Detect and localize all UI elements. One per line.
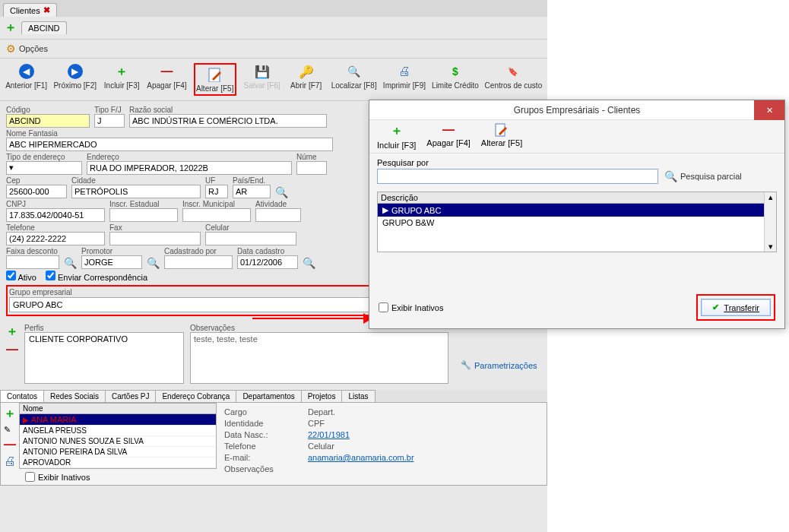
table-row[interactable]: ANTONIO PEREIRA DA SILVA [20, 447, 216, 458]
promotor-input[interactable] [81, 255, 142, 269]
salvar-button[interactable]: 💾 Salvar [F6] [244, 63, 280, 90]
remove-perfil-button[interactable]: — [6, 343, 18, 356]
minus-icon: — [160, 65, 173, 78]
detail-tabs: Contatos Redes Sociais Cartões PJ Endere… [0, 390, 547, 403]
codigo-label: Código [6, 106, 90, 114]
tab-listas[interactable]: Listas [341, 390, 375, 402]
enviar-checkbox[interactable]: Enviar Correspondência [46, 271, 147, 282]
pais-input[interactable] [233, 185, 271, 198]
add-perfil-button[interactable]: ＋ [6, 324, 18, 340]
dialog-titlebar[interactable]: Grupos Empresáriais - Clientes ✕ [369, 100, 784, 120]
tab-projetos[interactable]: Projetos [301, 390, 343, 402]
codigo-input[interactable] [6, 114, 90, 128]
detail-label: Identidade [224, 419, 285, 428]
record-tab[interactable]: ABCIND [21, 21, 67, 34]
search-icon: 🔍 [664, 170, 677, 182]
dialog-apagar-button[interactable]: — Apagar [F4] [426, 123, 470, 150]
cadastrado-input[interactable] [164, 255, 233, 269]
obs-text[interactable]: teste, teste, teste [190, 332, 448, 384]
list-item[interactable]: CLIENTE CORPORATIVO [26, 334, 182, 344]
toolbar-label: Salvar [F6] [243, 81, 280, 90]
perfis-list[interactable]: CLIENTE CORPORATIVO [24, 332, 184, 384]
detail-label: E-mail: [224, 453, 285, 462]
dialog-incluir-button[interactable]: ＋ Incluir [F3] [377, 123, 416, 150]
dialog-alterar-button[interactable]: Alterar [F5] [481, 123, 522, 150]
tab-contatos[interactable]: Contatos [0, 390, 44, 402]
opcoes-bar[interactable]: ⚙ Opções [0, 40, 547, 59]
gear-icon: 🔧 [461, 360, 471, 370]
exibir-inativos-checkbox[interactable]: Exibir Inativos [379, 302, 443, 312]
faixa-input[interactable] [6, 255, 59, 269]
numero-input[interactable] [296, 161, 327, 175]
tipo-end-select[interactable]: ▾ [6, 161, 82, 175]
limite-button[interactable]: $ Limite Crédito [433, 63, 478, 90]
data-input[interactable] [237, 255, 298, 269]
endereco-input[interactable] [87, 161, 292, 175]
incluir-button[interactable]: ＋ Incluir [F3] [103, 63, 140, 90]
localizar-button[interactable]: 🔍 Localizar [F8] [332, 63, 376, 90]
partial-label: Pesquisa parcial [680, 172, 742, 181]
fantasia-input[interactable] [6, 138, 333, 151]
arrow-left-icon: ◀ [19, 64, 34, 79]
tab-endereco[interactable]: Endereço Cobrança [155, 390, 236, 402]
groups-list[interactable]: Descrição ▶ GRUPO ABC GRUPO B&W ▴ ▾ [377, 192, 777, 252]
exibir-inativos-checkbox[interactable] [25, 472, 35, 482]
table-row[interactable]: ANGELA PREUSS [20, 426, 216, 436]
lookup-icon[interactable]: 🔍 [64, 257, 77, 269]
abrir-button[interactable]: 🔑 Abrir [F7] [288, 63, 325, 90]
proximo-button[interactable]: ▶ Próximo [F2] [54, 63, 96, 90]
list-item[interactable]: ▶ GRUPO ABC [378, 204, 764, 217]
parametrizacoes-link[interactable]: 🔧 Parametrizações [461, 347, 537, 384]
tab-redes[interactable]: Redes Sociais [43, 390, 106, 402]
check-icon: ✔ [712, 302, 719, 312]
search-input[interactable] [377, 169, 658, 184]
partial-search-link[interactable]: 🔍 Pesquisa parcial [664, 170, 742, 182]
transferir-button[interactable]: ✔ Transferir [701, 299, 771, 316]
uf-input[interactable] [205, 185, 228, 198]
print-contact-button[interactable]: 🖨 [4, 454, 16, 468]
close-icon[interactable]: ✖ [43, 5, 50, 15]
tab-clientes[interactable]: Clientes ✖ [3, 3, 57, 17]
apagar-button[interactable]: — Apagar [F4] [147, 63, 186, 90]
lookup-icon[interactable]: 🔍 [275, 186, 288, 198]
lookup-icon[interactable]: 🔍 [147, 257, 160, 269]
tab-departamentos[interactable]: Departamentos [236, 390, 301, 402]
add-contact-button[interactable]: ＋ [4, 406, 16, 422]
ie-input[interactable] [109, 208, 178, 222]
edit-contact-button[interactable]: ✎ [4, 425, 16, 435]
tab-cartoes[interactable]: Cartões PJ [105, 390, 156, 402]
cnpj-input[interactable] [6, 208, 105, 222]
tipo-input[interactable] [94, 114, 125, 128]
email-value[interactable]: anamaria@anamaria.com.br [308, 453, 414, 462]
telefone-input[interactable] [6, 232, 105, 245]
atividade-input[interactable] [255, 208, 301, 222]
table-header: Nome [20, 404, 216, 414]
scrollbar[interactable]: ▴ ▾ [764, 192, 776, 252]
list-item[interactable]: GRUPO B&W [378, 217, 764, 229]
cep-input[interactable] [6, 185, 67, 198]
table-row[interactable]: APROVADOR [20, 458, 216, 468]
celular-input[interactable] [205, 232, 296, 245]
lookup-icon[interactable]: 🔍 [303, 257, 315, 269]
razao-input[interactable] [129, 114, 327, 128]
scroll-down-icon[interactable]: ▾ [768, 242, 773, 252]
record-tab-bar: ＋ ABCIND [0, 17, 547, 40]
remove-contact-button[interactable]: — [4, 438, 16, 451]
ativo-checkbox[interactable]: Ativo [6, 271, 36, 282]
anterior-button[interactable]: ◀ Anterior [F1] [6, 63, 46, 90]
telefone-label: Telefone [6, 223, 105, 232]
alterar-button[interactable]: Alterar [F5] [194, 63, 236, 96]
centros-button[interactable]: 🔖 Centros de custo [486, 63, 541, 90]
pais-label: País/End. [233, 176, 271, 185]
table-row[interactable]: ANTONIO NUNES SOUZA E SILVA [20, 436, 216, 447]
imprimir-button[interactable]: 🖨 Imprimir [F9] [384, 63, 425, 90]
contacts-table[interactable]: Nome ▶ ANA MARIA ANGELA PREUSS ANTONIO N… [19, 403, 217, 469]
dialog-close-button[interactable]: ✕ [754, 100, 784, 120]
cidade-input[interactable] [71, 185, 201, 198]
fax-input[interactable] [109, 232, 201, 245]
scroll-up-icon[interactable]: ▴ [768, 192, 773, 202]
plus-icon[interactable]: ＋ [5, 20, 17, 36]
im-input[interactable] [182, 208, 251, 222]
tipo-end-label: Tipo de endereço [6, 153, 82, 161]
exibir-label: Exibir Inativos [391, 303, 443, 312]
